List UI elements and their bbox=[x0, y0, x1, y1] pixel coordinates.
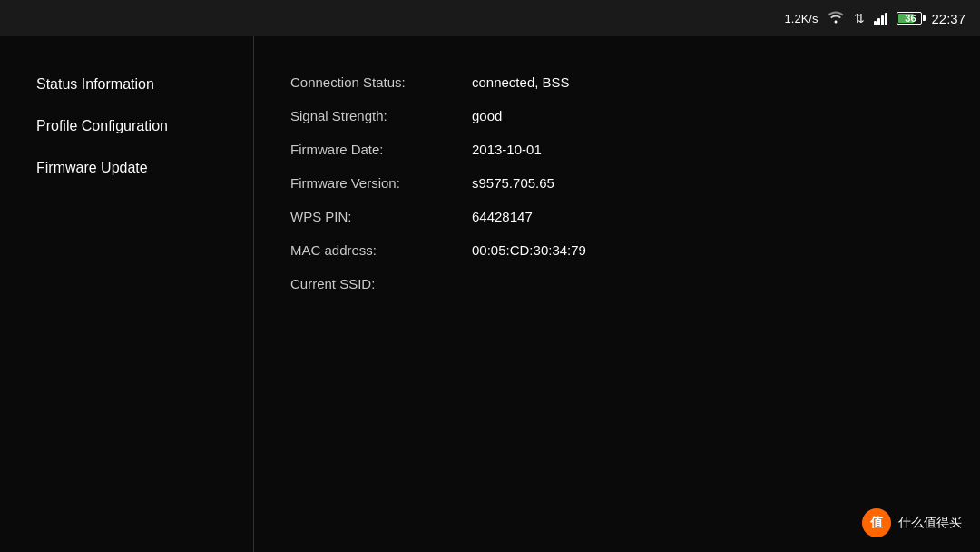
signal-strength-value: good bbox=[472, 101, 586, 131]
table-row: Signal Strength: good bbox=[290, 101, 586, 131]
main-content: Status Information Profile Configuration… bbox=[0, 36, 980, 552]
watermark-badge: 值 bbox=[862, 508, 891, 537]
signal-strength-icon bbox=[874, 11, 887, 25]
content-panel: Connection Status: connected, BSS Signal… bbox=[254, 36, 980, 552]
firmware-version-label: Firmware Version: bbox=[290, 168, 472, 198]
sidebar-item-profile-configuration[interactable]: Profile Configuration bbox=[18, 105, 235, 147]
sidebar-item-status-information[interactable]: Status Information bbox=[18, 64, 235, 105]
sidebar: Status Information Profile Configuration… bbox=[0, 36, 254, 552]
connection-status-value: connected, BSS bbox=[472, 67, 586, 97]
firmware-date-value: 2013-10-01 bbox=[472, 134, 586, 164]
table-row: Connection Status: connected, BSS bbox=[290, 67, 586, 97]
status-bar: 1.2K/s ⇅ 36 22:37 bbox=[0, 0, 980, 36]
sidebar-item-firmware-update[interactable]: Firmware Update bbox=[18, 147, 235, 189]
network-speed: 1.2K/s bbox=[785, 12, 818, 25]
status-info-table: Connection Status: connected, BSS Signal… bbox=[290, 64, 586, 302]
wifi-icon bbox=[827, 9, 845, 27]
battery-level: 36 bbox=[898, 13, 922, 24]
battery-icon: 36 bbox=[897, 12, 922, 25]
current-ssid-value bbox=[472, 269, 586, 299]
table-row: MAC address: 00:05:CD:30:34:79 bbox=[290, 235, 586, 265]
firmware-version-value: s9575.705.65 bbox=[472, 168, 586, 198]
table-row: Firmware Date: 2013-10-01 bbox=[290, 134, 586, 164]
watermark-text: 什么值得买 bbox=[898, 515, 962, 531]
data-transfer-icon: ⇅ bbox=[854, 11, 865, 25]
table-row: Current SSID: bbox=[290, 269, 586, 299]
firmware-date-label: Firmware Date: bbox=[290, 134, 472, 164]
battery-indicator: 36 bbox=[897, 12, 922, 25]
connection-status-label: Connection Status: bbox=[290, 67, 472, 97]
watermark: 值 什么值得买 bbox=[862, 508, 962, 537]
wps-pin-value: 64428147 bbox=[472, 202, 586, 232]
clock: 22:37 bbox=[931, 11, 965, 26]
current-ssid-label: Current SSID: bbox=[290, 269, 472, 299]
signal-strength-label: Signal Strength: bbox=[290, 101, 472, 131]
mac-address-value: 00:05:CD:30:34:79 bbox=[472, 235, 586, 265]
mac-address-label: MAC address: bbox=[290, 235, 472, 265]
wps-pin-label: WPS PIN: bbox=[290, 202, 472, 232]
table-row: Firmware Version: s9575.705.65 bbox=[290, 168, 586, 198]
table-row: WPS PIN: 64428147 bbox=[290, 202, 586, 232]
